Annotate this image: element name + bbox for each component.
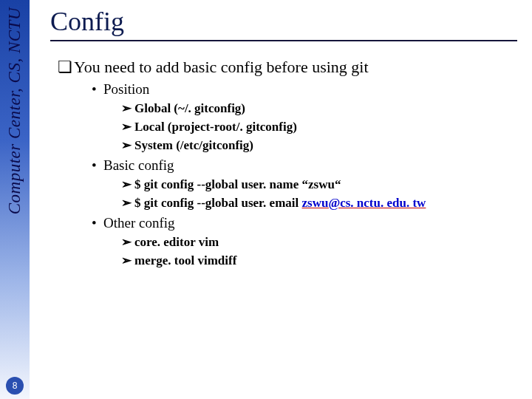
arrow-icon: ➢ [121, 195, 134, 211]
bullet-text: merge. tool vimdiff [134, 253, 236, 267]
dot-icon: • [92, 157, 103, 174]
dot-icon: • [92, 215, 103, 231]
arrow-icon: ➢ [121, 137, 134, 153]
bullet-text: Other config [103, 215, 175, 231]
arrow-icon: ➢ [121, 234, 134, 250]
bullet-l3-global: ➢Global (~/. gitconfig) [121, 100, 517, 116]
bullet-text: Position [103, 81, 149, 97]
bullet-text: $ git config --global user. email [134, 196, 302, 210]
bullet-text: core. editor vim [134, 235, 219, 249]
content-area: Config ❏You need to add basic config bef… [50, 6, 517, 270]
bullet-l3-useremail: ➢$ git config --global user. email zswu@… [121, 195, 517, 211]
bullet-text: You need to add basic config before usin… [74, 58, 369, 76]
slide-title: Config [50, 6, 517, 37]
arrow-icon: ➢ [121, 253, 134, 268]
bullet-l1-intro: ❏You need to add basic config before usi… [58, 58, 517, 77]
checkbox-icon: ❏ [58, 58, 74, 77]
email-link[interactable]: zswu@cs. nctu. edu. tw [302, 196, 426, 210]
bullet-text: Basic config [103, 157, 174, 173]
title-rule [50, 40, 517, 41]
bullet-l3-mergetool: ➢merge. tool vimdiff [121, 253, 517, 268]
page-number-container: 8 [0, 372, 30, 399]
bullet-l3-username: ➢$ git config --global user. name “zswu“ [121, 177, 517, 192]
page-number-badge: 8 [6, 377, 24, 395]
bullet-l3-local: ➢Local (project-root/. gitconfig) [121, 119, 517, 134]
bullet-l3-system: ➢System (/etc/gitconfig) [121, 137, 517, 153]
dot-icon: • [92, 81, 103, 98]
bullet-l2-basic: •Basic config [92, 157, 517, 174]
slide: Computer Center, CS, NCTU 8 Config ❏You … [0, 0, 532, 399]
arrow-icon: ➢ [121, 100, 134, 116]
bullet-l2-other: •Other config [92, 215, 517, 231]
arrow-icon: ➢ [121, 177, 134, 192]
bullet-text: $ git config --global user. name “zswu“ [134, 177, 341, 191]
bullet-text: System (/etc/gitconfig) [134, 138, 253, 152]
bullet-text: Global (~/. gitconfig) [134, 101, 245, 115]
bullet-text: Local (project-root/. gitconfig) [134, 120, 297, 134]
side-affiliation-text: Computer Center, CS, NCTU [0, 7, 30, 214]
bullet-l2-position: •Position [92, 81, 517, 98]
bullet-l3-editor: ➢core. editor vim [121, 234, 517, 250]
arrow-icon: ➢ [121, 119, 134, 134]
